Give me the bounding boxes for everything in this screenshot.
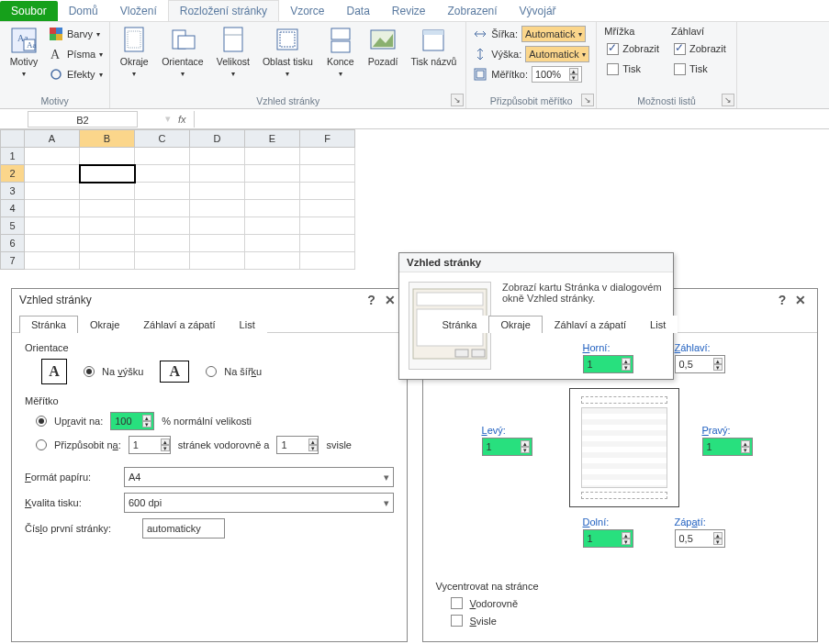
row-header[interactable]: 2 — [1, 165, 25, 183]
tab-developer[interactable]: Vývojář — [509, 1, 567, 21]
spreadsheet-grid[interactable]: A B C D E F 1 2 3 4 5 6 7 — [0, 129, 355, 270]
portrait-icon: A — [41, 359, 67, 384]
center-horiz-checkbox[interactable] — [451, 597, 463, 609]
height-value[interactable]: Automatick▾ — [525, 46, 589, 62]
checkbox-icon — [674, 43, 686, 55]
themes-button[interactable]: AaAa Motivy ▾ — [4, 24, 44, 80]
col-header[interactable]: A — [25, 130, 80, 148]
fx-icon[interactable]: fx — [171, 114, 194, 125]
tab-view[interactable]: Zobrazení — [437, 1, 509, 21]
gridlines-header: Mřížka — [604, 24, 662, 39]
radio-landscape[interactable]: Na šířku — [206, 366, 262, 377]
select-all-corner[interactable] — [1, 130, 25, 148]
colors-label: Barvy — [67, 28, 93, 39]
tab-review[interactable]: Revize — [381, 1, 437, 21]
scale-value[interactable]: 100%▴▾ — [532, 66, 582, 83]
svg-rect-19 — [331, 41, 350, 52]
svg-rect-25 — [476, 71, 484, 78]
active-cell[interactable] — [80, 165, 135, 183]
gridlines-print[interactable]: Tisk — [604, 59, 662, 79]
sheetopts-dialog-launcher[interactable] — [722, 94, 734, 106]
fonts-button[interactable]: A Písma▾ — [46, 44, 106, 64]
footer-spin[interactable]: 0,5▴▾ — [675, 529, 725, 548]
colors-button[interactable]: Barvy▾ — [46, 24, 106, 44]
radio-portrait[interactable]: Na výšku — [84, 366, 143, 377]
quality-label: Kvalita tisku: — [25, 497, 117, 508]
orientation-button[interactable]: Orientace▾ — [156, 24, 209, 80]
svg-rect-14 — [224, 28, 242, 51]
row-header[interactable]: 3 — [1, 183, 25, 200]
tab-page[interactable]: Stránka — [431, 316, 489, 333]
tab-headerfooter[interactable]: Záhlaví a zápatí — [543, 316, 638, 333]
width-icon — [473, 27, 487, 41]
fonts-icon: A — [49, 47, 63, 61]
tab-insert[interactable]: Vložení — [109, 1, 168, 21]
top-spin[interactable]: 1▴▾ — [583, 355, 633, 373]
header-label: Záhlaví: — [675, 342, 725, 353]
quality-combo[interactable]: 600 dpi▾ — [124, 493, 394, 513]
tab-page[interactable]: Stránka — [19, 316, 78, 333]
header-spin[interactable]: 0,5▴▾ — [675, 355, 725, 373]
size-button[interactable]: Velikost▾ — [211, 24, 255, 80]
firstpage-input[interactable]: automaticky — [142, 518, 225, 539]
tab-formulas[interactable]: Vzorce — [279, 1, 335, 21]
col-header[interactable]: F — [300, 130, 355, 148]
row-header[interactable]: 1 — [1, 148, 25, 165]
tab-home[interactable]: Domů — [58, 1, 109, 21]
scale-dialog-launcher[interactable] — [581, 94, 594, 106]
row-header[interactable]: 6 — [1, 235, 25, 252]
themes-label: Motivy — [10, 57, 38, 68]
left-spin[interactable]: 1▴▾ — [482, 438, 532, 456]
help-button[interactable]: ? — [773, 293, 791, 307]
fit-height[interactable]: 1▴▾ — [276, 436, 319, 454]
printarea-button[interactable]: Oblast tisku▾ — [257, 24, 319, 80]
row-header[interactable]: 7 — [1, 252, 25, 270]
headings-view[interactable]: Zobrazit — [671, 39, 729, 59]
tab-headerfooter[interactable]: Záhlaví a zápatí — [131, 316, 227, 333]
tab-pagelayout[interactable]: Rozložení stránky — [168, 0, 279, 21]
name-box[interactable]: B2 — [28, 111, 138, 128]
col-header[interactable]: D — [190, 130, 245, 148]
tab-file[interactable]: Soubor — [0, 1, 58, 21]
left-label: Levý: — [482, 425, 532, 436]
tab-margins[interactable]: Okraje — [78, 316, 131, 333]
formula-bar: B2 ▾ fx — [0, 109, 829, 129]
margins-diagram — [569, 388, 679, 507]
tab-data[interactable]: Data — [335, 1, 380, 21]
fit-width[interactable]: 1▴▾ — [129, 436, 171, 454]
printtitles-button[interactable]: Tisk názvů — [405, 24, 462, 70]
breaks-button[interactable]: Konce▾ — [320, 24, 361, 80]
radio-fit[interactable] — [36, 439, 47, 450]
tab-sheet[interactable]: List — [638, 316, 678, 333]
tab-sheet[interactable]: List — [228, 316, 267, 333]
margins-button[interactable]: Okraje▾ — [114, 24, 154, 80]
paper-combo[interactable]: A4▾ — [124, 467, 394, 487]
pagesetup-dialog-launcher[interactable] — [451, 94, 464, 106]
col-header[interactable]: B — [80, 130, 135, 148]
close-button[interactable]: ✕ — [381, 293, 399, 307]
center-vert-checkbox[interactable] — [451, 615, 463, 627]
adjust-value[interactable]: 100▴▾ — [110, 412, 154, 430]
right-spin[interactable]: 1▴▾ — [702, 438, 753, 456]
printtitles-icon — [419, 26, 448, 55]
gridlines-view[interactable]: Zobrazit — [604, 39, 662, 59]
background-icon — [368, 26, 398, 55]
effects-button[interactable]: Efekty▾ — [46, 64, 106, 84]
tab-margins[interactable]: Okraje — [488, 316, 542, 333]
close-button[interactable]: ✕ — [791, 293, 810, 307]
col-header[interactable]: E — [245, 130, 300, 148]
formula-input[interactable] — [194, 111, 829, 128]
row-header[interactable]: 5 — [1, 217, 25, 235]
bottom-spin[interactable]: 1▴▾ — [583, 529, 633, 548]
width-value[interactable]: Automatick▾ — [521, 26, 586, 42]
col-header[interactable]: C — [135, 130, 190, 148]
help-button[interactable]: ? — [363, 293, 381, 307]
dropdown-icon: ▾ — [22, 70, 26, 78]
effects-label: Efekty — [67, 69, 95, 80]
background-button[interactable]: Pozadí — [363, 24, 404, 70]
radio-adjust[interactable] — [36, 416, 47, 427]
printarea-icon — [273, 26, 302, 55]
headings-header: Záhlaví — [671, 24, 729, 39]
row-header[interactable]: 4 — [1, 200, 25, 217]
headings-print[interactable]: Tisk — [671, 59, 729, 79]
